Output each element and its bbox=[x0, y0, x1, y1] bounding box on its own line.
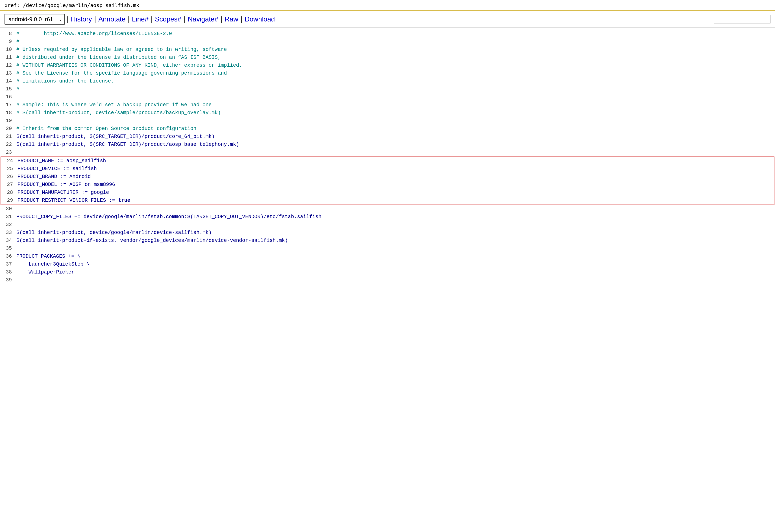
line-number: 11 bbox=[2, 54, 16, 62]
line-number: 21 bbox=[2, 133, 16, 141]
table-row: 34 $(call inherit-product-if-exists, ven… bbox=[0, 237, 775, 245]
download-link[interactable]: Download bbox=[244, 15, 275, 23]
table-row: 17 # Sample: This is where we’d set a ba… bbox=[0, 101, 775, 109]
table-row: 27 PRODUCT_MODEL := AOSP on msm8996 bbox=[1, 181, 774, 189]
line-content: # $(call inherit-product, device/sample/… bbox=[16, 109, 221, 117]
line-content: $(call inherit-product, device/google/ma… bbox=[16, 229, 211, 237]
table-row: 31 PRODUCT_COPY_FILES += device/google/m… bbox=[0, 213, 775, 221]
line-number: 18 bbox=[2, 109, 16, 117]
line-number: 35 bbox=[2, 245, 16, 252]
highlighted-code-block: 24 PRODUCT_NAME := aosp_sailfish 25 PROD… bbox=[1, 156, 774, 205]
line-link[interactable]: Line# bbox=[132, 15, 148, 23]
separator-6: | bbox=[220, 15, 222, 24]
table-row: 21 $(call inherit-product, $(SRC_TARGET_… bbox=[0, 133, 775, 141]
toolbar: android-9.0.0_r61 android-9.0.0_r60 andr… bbox=[0, 11, 775, 28]
line-content bbox=[16, 276, 19, 284]
raw-link[interactable]: Raw bbox=[225, 15, 238, 23]
table-row: 39 bbox=[0, 276, 775, 284]
table-row: 33 $(call inherit-product, device/google… bbox=[0, 229, 775, 237]
line-number: 34 bbox=[2, 237, 16, 245]
line-number: 9 bbox=[2, 38, 16, 46]
line-content: # See the License for the specific langu… bbox=[16, 69, 227, 77]
separator-1: | bbox=[67, 15, 69, 24]
annotate-link[interactable]: Annotate bbox=[98, 15, 125, 23]
line-number: 23 bbox=[2, 149, 16, 156]
line-number: 33 bbox=[2, 229, 16, 237]
line-number: 13 bbox=[2, 69, 16, 77]
line-content: WallpaperPicker bbox=[16, 269, 74, 276]
line-number: 16 bbox=[2, 93, 16, 101]
table-row: 37 Launcher3QuickStep \ bbox=[0, 260, 775, 269]
history-link[interactable]: History bbox=[71, 15, 92, 23]
table-row: 26 PRODUCT_BRAND := Android bbox=[1, 173, 774, 181]
table-row: 29 PRODUCT_RESTRICT_VENDOR_FILES := true bbox=[1, 197, 774, 204]
line-content: # Sample: This is where we’d set a backu… bbox=[16, 101, 211, 109]
line-content: # WITHOUT WARRANTIES OR CONDITIONS OF AN… bbox=[16, 62, 242, 69]
line-number: 15 bbox=[2, 85, 16, 93]
line-number: 20 bbox=[2, 125, 16, 133]
table-row: 12 # WITHOUT WARRANTIES OR CONDITIONS OF… bbox=[0, 62, 775, 69]
version-select-wrapper[interactable]: android-9.0.0_r61 android-9.0.0_r60 andr… bbox=[5, 14, 65, 25]
line-content: PRODUCT_MODEL := AOSP on msm8996 bbox=[18, 181, 115, 189]
line-number: 14 bbox=[2, 77, 16, 85]
table-row: 11 # distributed under the License is di… bbox=[0, 54, 775, 62]
line-content bbox=[16, 117, 19, 125]
table-row: 8 # http://www.apache.org/licenses/LICEN… bbox=[0, 30, 775, 38]
line-content bbox=[16, 93, 19, 101]
separator-5: | bbox=[184, 15, 185, 24]
scopes-link[interactable]: Scopes# bbox=[155, 15, 181, 23]
navigate-link[interactable]: Navigate# bbox=[188, 15, 218, 23]
line-content: PRODUCT_COPY_FILES += device/google/marl… bbox=[16, 213, 321, 221]
line-number: 29 bbox=[3, 197, 18, 204]
table-row: 10 # Unless required by applicable law o… bbox=[0, 46, 775, 54]
table-row: 22 $(call inherit-product, $(SRC_TARGET_… bbox=[0, 141, 775, 149]
line-content: $(call inherit-product, $(SRC_TARGET_DIR… bbox=[16, 133, 215, 141]
line-number: 32 bbox=[2, 221, 16, 229]
line-content: # http://www.apache.org/licenses/LICENSE… bbox=[16, 30, 172, 38]
table-row: 30 bbox=[0, 205, 775, 213]
search-input[interactable] bbox=[714, 15, 770, 23]
line-content: # Unless required by applicable law or a… bbox=[16, 46, 227, 54]
line-content: PRODUCT_DEVICE := sailfish bbox=[18, 165, 97, 173]
line-number: 37 bbox=[2, 260, 16, 269]
line-number: 22 bbox=[2, 141, 16, 149]
line-number: 27 bbox=[3, 181, 18, 189]
line-number: 24 bbox=[3, 157, 18, 165]
line-number: 26 bbox=[3, 173, 18, 181]
table-row: 15 # bbox=[0, 85, 775, 93]
table-row: 16 bbox=[0, 93, 775, 101]
table-row: 20 # Inherit from the common Open Source… bbox=[0, 125, 775, 133]
table-row: 32 bbox=[0, 221, 775, 229]
separator-3: | bbox=[128, 15, 130, 24]
line-content: PRODUCT_BRAND := Android bbox=[18, 173, 91, 181]
line-content: PRODUCT_NAME := aosp_sailfish bbox=[18, 157, 106, 165]
line-content: # Inherit from the common Open Source pr… bbox=[16, 125, 196, 133]
line-content: # bbox=[16, 38, 19, 46]
line-content bbox=[16, 221, 19, 229]
line-content bbox=[16, 149, 19, 156]
separator-7: | bbox=[241, 15, 243, 24]
line-content: $(call inherit-product, $(SRC_TARGET_DIR… bbox=[16, 141, 239, 149]
table-row: 35 bbox=[0, 245, 775, 252]
table-row: 18 # $(call inherit-product, device/samp… bbox=[0, 109, 775, 117]
line-number: 25 bbox=[3, 165, 18, 173]
line-number: 30 bbox=[2, 205, 16, 213]
table-row: 38 WallpaperPicker bbox=[0, 269, 775, 276]
table-row: 28 PRODUCT_MANUFACTURER := google bbox=[1, 189, 774, 197]
version-select[interactable]: android-9.0.0_r61 android-9.0.0_r60 andr… bbox=[5, 14, 65, 25]
line-content: PRODUCT_RESTRICT_VENDOR_FILES := true bbox=[18, 197, 130, 204]
table-row: 36 PRODUCT_PACKAGES += \ bbox=[0, 252, 775, 260]
line-content: PRODUCT_MANUFACTURER := google bbox=[18, 189, 109, 197]
table-row: 14 # limitations under the License. bbox=[0, 77, 775, 85]
line-content bbox=[16, 205, 19, 213]
table-row: 24 PRODUCT_NAME := aosp_sailfish bbox=[1, 157, 774, 165]
table-row: 23 bbox=[0, 149, 775, 156]
separator-2: | bbox=[94, 15, 96, 24]
line-content: Launcher3QuickStep \ bbox=[16, 260, 89, 269]
table-row: 25 PRODUCT_DEVICE := sailfish bbox=[1, 165, 774, 173]
line-content bbox=[16, 245, 19, 252]
line-content: # limitations under the License. bbox=[16, 77, 114, 85]
line-number: 31 bbox=[2, 213, 16, 221]
line-number: 28 bbox=[3, 189, 18, 197]
separator-4: | bbox=[151, 15, 153, 24]
